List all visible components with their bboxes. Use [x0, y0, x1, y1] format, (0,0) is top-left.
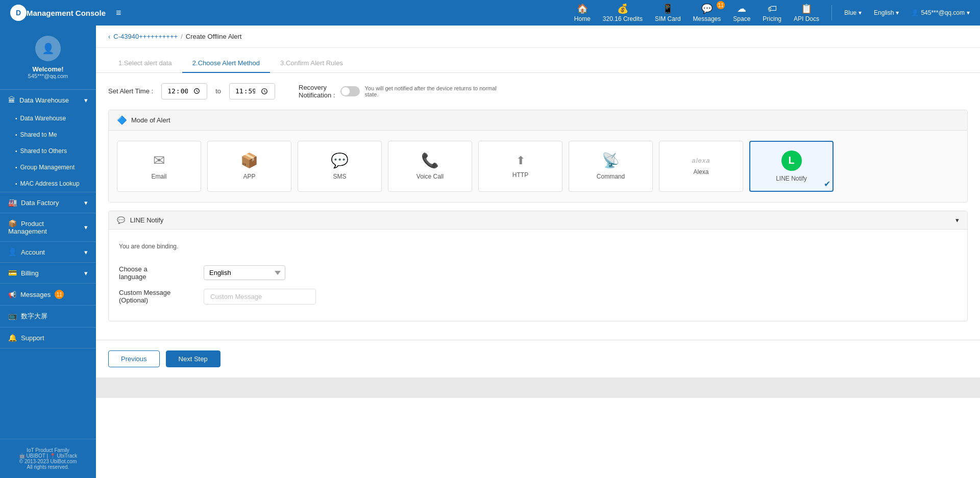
nav-pricing[interactable]: 🏷 Pricing: [763, 4, 781, 22]
logo-icon: D: [10, 5, 27, 21]
breadcrumb: ‹ C-43940++++++++++ / Create Offline Ale…: [96, 26, 980, 48]
sidebar-item-data-warehouse[interactable]: Data Warehouse: [0, 110, 96, 127]
tab-step1[interactable]: 1.Select alert data: [108, 55, 182, 73]
alert-mode-line-notify[interactable]: L LINE Notify ✔: [749, 141, 834, 192]
space-icon: ☁: [737, 3, 746, 14]
mode-of-alert-section: 🔷 Mode of Alert ✉ Email 📦 APP: [108, 110, 968, 203]
sidebar-data-warehouse-items: Data Warehouse Shared to Me Shared to Ot…: [0, 110, 96, 192]
nav-credits[interactable]: 💰 320.16 Credits: [603, 3, 643, 22]
app-mode-label: APP: [243, 173, 255, 180]
avatar: 👤: [35, 36, 61, 61]
sidebar-digital-screen-header[interactable]: 📺数字大屏: [0, 306, 96, 327]
nav-user[interactable]: 👤 545***@qq.com ▾: [911, 9, 970, 16]
top-nav: D Management Console ≡ 🏠 Home 💰 320.16 C…: [0, 0, 980, 26]
billing-chevron-icon: ▾: [84, 269, 88, 277]
mode-of-alert-content: ✉ Email 📦 APP 💬 SMS 📞: [109, 131, 967, 202]
sidebar-item-shared-to-others[interactable]: Shared to Others: [0, 143, 96, 159]
sidebar-item-group-management[interactable]: Group Management: [0, 159, 96, 175]
sidebar-messages-label: Messages: [20, 291, 51, 298]
nav-home[interactable]: 🏠 Home: [574, 3, 591, 22]
sidebar-section-data-warehouse: 🏛Data Warehouse ▾ Data Warehouse Shared …: [0, 90, 96, 192]
alert-time-row: Set Alert Time : to RecoveryNotification…: [108, 83, 968, 99]
next-step-button[interactable]: Next Step: [166, 350, 220, 367]
nav-apidocs-label: API Docs: [794, 15, 819, 22]
user-label: 545***@qq.com: [921, 9, 965, 16]
nav-space[interactable]: ☁ Space: [733, 3, 750, 22]
sidebar-item-mac-address-lookup[interactable]: MAC Address Lookup: [0, 175, 96, 192]
form-area: Set Alert Time : to RecoveryNotification…: [96, 73, 980, 340]
line-notify-content: You are done binding. Choose alanguage E…: [109, 230, 967, 321]
sidebar-messages-badge: 11: [55, 290, 64, 299]
alert-mode-http[interactable]: ⬆ HTTP: [478, 141, 562, 192]
mode-of-alert-header: 🔷 Mode of Alert: [109, 110, 967, 131]
alert-mode-alexa[interactable]: alexa Alexa: [659, 141, 743, 192]
scroll-area: [96, 378, 980, 398]
nav-messages[interactable]: 💬 11 Messages: [693, 3, 721, 22]
nav-pricing-label: Pricing: [763, 15, 781, 22]
voice-call-mode-icon: 📞: [421, 152, 439, 169]
tab-step3[interactable]: 3.Confirm Alert Rules: [270, 55, 353, 73]
breadcrumb-separator: /: [181, 33, 183, 40]
sidebar-support-header[interactable]: 🔔Support: [0, 328, 96, 348]
sidebar-email: 545***@qq.com: [0, 73, 96, 79]
nav-lang[interactable]: English ▾: [874, 9, 899, 16]
custom-message-label: Custom Message (Optional): [119, 289, 195, 304]
steps-bar: 1.Select alert data 2.Choose Alert Metho…: [96, 48, 980, 73]
menu-icon[interactable]: ≡: [116, 8, 121, 18]
recovery-note: You will get notified after the device r…: [365, 85, 508, 97]
nav-theme[interactable]: Blue ▾: [844, 9, 862, 16]
line-notify-mode-label: LINE Notify: [776, 175, 807, 182]
messages-icon: 💬: [701, 3, 713, 14]
nav-apidocs[interactable]: 📋 API Docs: [794, 3, 819, 22]
line-notify-section: 💬 LINE Notify ▾ You are done binding. Ch…: [108, 211, 968, 321]
sidebar-footer: IoT Product Family 🤖 UBIBOT | 📍 UbiTrack…: [0, 439, 96, 478]
alert-mode-sms[interactable]: 💬 SMS: [298, 141, 382, 192]
alert-time-to[interactable]: [229, 83, 275, 99]
sidebar-account-header[interactable]: 👤Account ▾: [0, 242, 96, 262]
nav-simcard[interactable]: 📱 SIM Card: [655, 3, 681, 22]
sidebar-item-shared-to-me[interactable]: Shared to Me: [0, 127, 96, 143]
sidebar-data-factory-header[interactable]: 🏭Data Factory ▾: [0, 192, 96, 213]
custom-message-row: Custom Message (Optional): [119, 289, 957, 305]
sidebar-welcome: Welcome!: [0, 65, 96, 73]
sidebar-messages[interactable]: 📢 Messages 11: [0, 284, 96, 305]
sms-mode-icon: 💬: [331, 152, 349, 169]
lang-chevron-icon: ▾: [896, 9, 899, 16]
alert-mode-app[interactable]: 📦 APP: [207, 141, 291, 192]
recovery-toggle[interactable]: [340, 86, 360, 96]
recovery-block: RecoveryNotification : You will get noti…: [299, 84, 508, 99]
language-select[interactable]: English Chinese Japanese: [204, 265, 285, 280]
line-notify-section-header[interactable]: 💬 LINE Notify ▾: [109, 211, 967, 230]
home-icon: 🏠: [577, 3, 588, 14]
to-label: to: [215, 87, 221, 95]
breadcrumb-back-icon: ‹: [108, 33, 110, 40]
lang-label: English: [874, 9, 894, 16]
alert-time-from[interactable]: [161, 83, 207, 99]
alert-mode-command[interactable]: 📡 Command: [569, 141, 653, 192]
sidebar-data-factory-label: Data Factory: [21, 199, 59, 207]
sidebar-product-mgmt-header[interactable]: 📦Product Management ▾: [0, 213, 96, 241]
alert-mode-email[interactable]: ✉ Email: [117, 141, 201, 192]
language-row: Choose alanguage English Chinese Japanes…: [119, 265, 957, 281]
sidebar-nav: 🏛Data Warehouse ▾ Data Warehouse Shared …: [0, 90, 96, 439]
sidebar-data-warehouse-header[interactable]: 🏛Data Warehouse ▾: [0, 90, 96, 110]
footer-line2: 🤖 UBIBOT | 📍 UbiTrack: [8, 453, 88, 459]
custom-message-input[interactable]: [204, 289, 316, 305]
data-factory-chevron-icon: ▾: [84, 199, 88, 207]
mode-of-alert-label: Mode of Alert: [131, 116, 170, 124]
sidebar-data-warehouse-label: Data Warehouse: [19, 96, 69, 104]
command-mode-label: Command: [597, 173, 625, 180]
sidebar: 👤 Welcome! 545***@qq.com 🏛Data Warehouse…: [0, 26, 96, 478]
previous-button[interactable]: Previous: [108, 350, 160, 367]
tab-step2[interactable]: 2.Choose Alert Method: [182, 55, 270, 73]
sidebar-section-messages: 📢 Messages 11: [0, 284, 96, 306]
breadcrumb-current: Create Offline Alert: [186, 33, 242, 40]
nav-space-label: Space: [733, 15, 750, 22]
digital-screen-icon: 📺: [8, 312, 17, 320]
sidebar-digital-screen-label: 数字大屏: [21, 312, 47, 320]
sidebar-billing-header[interactable]: 💳Billing ▾: [0, 263, 96, 283]
alert-mode-voice-call[interactable]: 📞 Voice Call: [388, 141, 472, 192]
breadcrumb-link[interactable]: C-43940++++++++++: [113, 33, 178, 40]
voice-call-mode-label: Voice Call: [416, 173, 444, 180]
toggle-dot: [341, 87, 350, 95]
